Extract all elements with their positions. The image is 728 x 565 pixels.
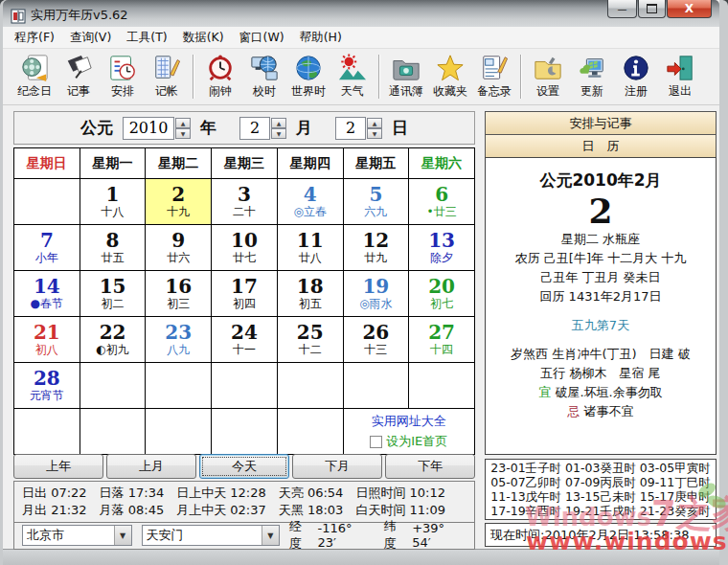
website-link[interactable]: 实用网址大全 [344,413,474,430]
toolbar-button-settings[interactable]: 设置 [526,54,570,100]
landmark-select[interactable]: 天安门 ▼ [142,525,280,546]
day-down-button[interactable]: ▼ [367,128,382,139]
calendar-day-cell[interactable]: 7小年 [14,225,80,271]
calendar-day-cell[interactable]: 8廿五 [80,225,146,271]
chevron-down-icon[interactable]: ▼ [114,526,131,545]
day-number: 24 [212,322,277,343]
month-down-button[interactable]: ▼ [271,128,286,139]
calendar-day-cell[interactable]: 21初八 [14,317,80,363]
calendar-day-cell[interactable]: 27十四 [409,317,475,363]
calendar-day-cell[interactable]: 13除夕 [409,225,475,271]
day-lunar-label: 二十 [212,205,277,219]
menu-item[interactable]: 窗口(W) [232,28,292,48]
longitude-value: -116° 23′ [318,521,375,550]
toolbar-button-memo[interactable]: 备忘录 [472,54,516,100]
day-number: 23 [146,322,211,343]
calendar-day-cell[interactable]: 11廿八 [277,225,343,271]
calendar-day-cell[interactable]: 9廿六 [146,225,212,271]
calendar-day-cell[interactable]: 5六九 [343,179,409,225]
calendar-day-cell[interactable]: 1十八 [80,179,146,225]
toolbar-button-schedule[interactable]: 安排 [101,54,145,100]
next-year-button[interactable]: 下年 [385,454,475,479]
suitable-text: 破屋.坏垣.余事勿取 [555,385,662,399]
day-input[interactable] [335,117,366,140]
prev-month-button[interactable]: 上月 [106,454,196,479]
hour-periods-table: 23-01壬子时 01-03癸丑时 03-05甲寅时05-07乙卯时 07-09… [485,459,717,520]
latitude-value: +39° 54′ [412,521,466,550]
menu-item[interactable]: 工具(T) [119,28,174,48]
toolbar-button-weather[interactable]: 天气 [330,54,375,100]
year-up-button[interactable]: ▲ [175,118,191,128]
right-panel-header[interactable]: 安排与记事 [485,111,717,135]
calendar-empty-cell [409,363,475,409]
calendar-day-cell[interactable]: 23八九 [146,317,212,363]
anniversary-icon [20,54,49,82]
calendar-day-cell[interactable]: 20初七 [409,271,475,317]
toolbar-button-notes[interactable]: 记事 [57,54,101,100]
hour-period-row: 11-13戊午时 13-15己未时 15-17庚申时 [486,489,716,504]
toolbar-button-label: 纪念日 [17,83,52,100]
day-up-button[interactable]: ▲ [367,118,382,128]
day-lunar-label: 初四 [212,297,277,311]
toolbar-button-time-sync[interactable]: 校时 [242,54,286,100]
calendar-day-cell[interactable]: 17初四 [212,271,278,317]
toolbar-button-anniversary[interactable]: 纪念日 [12,54,57,100]
calendar-day-cell[interactable]: 26十三 [343,317,409,363]
prev-year-button[interactable]: 上年 [13,454,103,479]
calendar-day-cell[interactable]: 10廿七 [212,225,278,271]
calendar-day-cell[interactable]: 25十二 [277,317,343,363]
year-down-button[interactable]: ▼ [175,128,191,139]
calendar-day-cell[interactable]: 15初二 [80,271,146,317]
chevron-down-icon[interactable]: ▼ [262,526,279,545]
menu-item[interactable]: 查询(V) [62,28,119,48]
calendar-day-cell[interactable]: 28元宵节 [14,363,80,409]
toolbar-button-world-time[interactable]: 世界时 [286,54,330,100]
toolbar-button-alarm[interactable]: 闹钟 [198,54,242,100]
menu-item[interactable]: 数据(K) [175,28,232,48]
calendar-day-cell[interactable]: 24十一 [212,317,278,363]
toolbar-button-register[interactable]: 注册 [614,54,658,100]
toolbar-button-contacts[interactable]: 通讯簿 [384,54,428,100]
detail-lunar: 农历 己丑[牛]年 十二月大 十九 [486,249,716,268]
calendar-day-cell[interactable]: 6•廿三 [409,179,475,225]
calendar-day-cell[interactable]: 3二十 [212,179,278,225]
toolbar-button-favorites[interactable]: 收藏夹 [428,54,472,100]
month-input[interactable] [239,117,270,140]
calendar-day-cell[interactable]: 19◎雨水 [343,271,409,317]
calendar-day-cell[interactable]: 2十九 [146,179,212,225]
day-lunar-label: 廿五 [80,251,146,265]
city-select[interactable]: 北京市 ▼ [22,525,132,546]
detail-suitable: 宜 破屋.坏垣.余事勿取 [486,383,716,402]
today-button[interactable]: 今天 [199,454,289,479]
toolbar-button-label: 安排 [111,83,134,100]
maximize-button[interactable] [638,0,666,18]
calendar-day-cell[interactable]: 18初五 [277,271,343,317]
day-lunar-label: 廿七 [212,251,277,265]
day-number: 6 [409,184,474,205]
sun-moon-info-line: 日出 07:22 日落 17:34 日上中天 12:28 天亮 06:54 日照… [22,485,466,502]
day-number: 3 [212,184,277,205]
calendar-day-cell[interactable]: 4◎立春 [277,179,343,225]
toolbar-button-update[interactable]: 更新 [570,54,614,100]
calendar-day-cell[interactable]: 12廿九 [343,225,409,271]
menu-item[interactable]: 程序(F) [7,28,62,48]
day-number: 14 [14,276,80,297]
alarm-icon [206,54,235,82]
right-panel-subheader[interactable]: 日 历 [485,134,717,158]
calendar-day-cell[interactable]: 14●春节 [14,271,80,317]
menu-item[interactable]: 帮助(H) [292,28,350,48]
toolbar-separator [520,55,522,99]
calendar-day-cell[interactable]: 22◐初九 [80,317,146,363]
next-month-button[interactable]: 下月 [292,454,382,479]
year-input[interactable] [123,117,174,140]
day-lunar-label: 八九 [146,343,211,357]
ie-homepage-checkbox[interactable] [370,436,382,448]
minimize-button[interactable]: — [607,0,637,18]
toolbar-button-accounting[interactable]: 记帐 [145,54,189,100]
toolbar-button-exit[interactable]: 退出 [658,54,702,100]
calendar-day-cell[interactable]: 16初三 [146,271,212,317]
calendar-empty-cell [80,409,146,455]
month-up-button[interactable]: ▲ [271,118,286,128]
date-selector: 公元 ▲ ▼ 年 ▲ ▼ 月 ▲ ▼ [13,111,475,145]
close-button[interactable]: X [667,0,712,18]
